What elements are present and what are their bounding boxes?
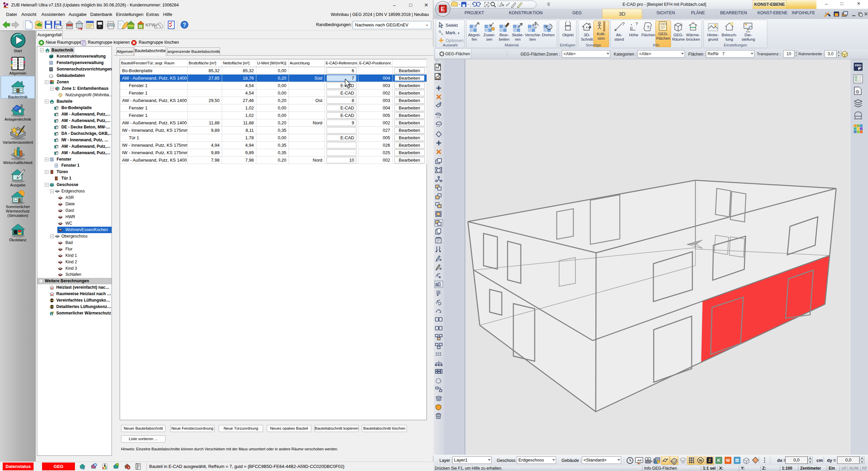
svg-text:KFW: KFW <box>145 22 156 27</box>
svg-text:EnEV: EnEV <box>660 23 667 25</box>
svg-text:PRO: PRO <box>855 64 862 67</box>
svg-text:?: ? <box>622 21 625 26</box>
svg-text:W: W <box>726 458 730 463</box>
svg-text:K: K <box>717 458 721 463</box>
svg-text:R: R <box>139 24 142 29</box>
svg-text:?: ? <box>183 22 186 28</box>
svg-text:?: ? <box>635 21 638 26</box>
svg-text:Z: Z <box>708 458 711 463</box>
svg-text:E: E <box>441 6 445 13</box>
svg-text:?: ? <box>647 25 649 30</box>
svg-text:N: N <box>699 458 702 463</box>
